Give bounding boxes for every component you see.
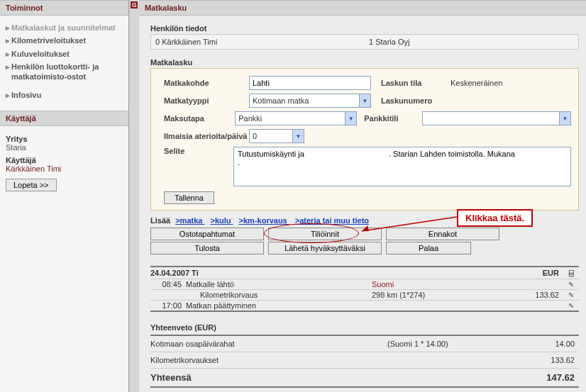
chevron-right-icon: ▸ [6, 90, 10, 100]
status-label: Laskun tila [374, 79, 450, 87]
sidebar-item-km-charges[interactable]: ▸Kilometriveloitukset [6, 34, 123, 47]
chevron-right-icon: ▸ [6, 62, 10, 82]
page-title: Matkalasku [139, 0, 586, 16]
attachment-icon[interactable]: ⌸ [569, 269, 574, 277]
summary-label: Kilometrikorvaukset [150, 356, 387, 364]
save-button[interactable]: Tallenna [164, 191, 214, 204]
sidebar-item-label: Matkalaskut ja suunnitelmat [11, 23, 116, 33]
edit-icon[interactable]: ✎ [568, 291, 574, 299]
sidebar-item-creditcard[interactable]: ▸Henkilön luottokortti- ja matkatoimisto… [6, 60, 123, 84]
user-value[interactable]: Kärkkäinen Timi [6, 164, 123, 174]
summary-row: Kotimaan osapäivärahat (Suomi 1 * 14.00)… [150, 336, 579, 352]
entries-button[interactable]: Tiliöinnit [268, 228, 382, 240]
sidebar-header-user: Käyttäjä [0, 111, 128, 126]
summary-meta [387, 356, 508, 364]
freemeals-label: Ilmaisia aterioita/päivä [164, 132, 249, 141]
person-section-title: Henkilön tiedot [150, 16, 579, 34]
person-left: 0 Kärkkäinen Timi [151, 35, 365, 49]
user-label: Käyttäjä [6, 153, 123, 164]
itin-row: Kilometrikorvaus 298 km (1*274) 133.62 ✎ [150, 289, 579, 300]
itin-row: 17:00 Matkan päättyminen ✎ [150, 300, 579, 312]
callout-annotation: Klikkaa tästä. [457, 209, 533, 227]
summary-amount: 14.00 [508, 340, 579, 348]
company-label: Yritys [6, 132, 123, 143]
summary-total-amount: 147.62 [508, 372, 579, 383]
back-button[interactable]: Palaa [386, 242, 471, 254]
person-panel: 0 Kärkkäinen Timi 1 Staria Oyj [150, 34, 579, 50]
chevron-down-icon: ▼ [359, 94, 370, 107]
itin-desc: Matkan päättyminen [186, 301, 372, 310]
sidebar-item-info[interactable]: ▸Infosivu [6, 89, 123, 101]
itin-currency-header: EUR [492, 269, 563, 277]
invoiceno-label: Laskunumero [374, 96, 450, 105]
itin-amt [492, 280, 563, 289]
itin-amt: 133.62 [492, 291, 563, 299]
itin-time: 08:45 [150, 280, 186, 289]
chevron-down-icon: ▼ [292, 130, 304, 142]
add-km-link[interactable]: >km-korvaus [239, 216, 289, 225]
sidebar-item-label: Henkilön luottokortti- ja matkatoimisto-… [11, 62, 123, 82]
status-value: Keskeneräinen [450, 79, 571, 87]
main-area: Matkalasku Henkilön tiedot 0 Kärkkäinen … [139, 0, 586, 392]
freemeals-select[interactable]: 0▼ [249, 129, 304, 143]
summary-meta: (Suomi 1 * 14.00) [387, 340, 508, 348]
itin-row: 08:45 Matkalle lähtö Suomi ✎ [150, 279, 579, 289]
logout-button[interactable]: Lopeta >> [6, 179, 57, 191]
add-expense-link[interactable]: >kulu [210, 216, 233, 225]
description-label: Selite [164, 147, 233, 155]
paymethod-select[interactable]: Pankki▼ [235, 111, 357, 125]
actions-area: Klikkaa tästä. Ostotapahtumat Tiliöinnit… [150, 228, 579, 254]
summary-label: Kotimaan osapäivärahat [150, 340, 387, 348]
summary-title: Yhteenveto (EUR) [150, 312, 579, 336]
destination-input[interactable] [249, 76, 371, 90]
print-button[interactable]: Tulosta [150, 242, 264, 254]
divider-column: ⧉ [129, 0, 139, 392]
sidebar: Toiminnot ▸Matkalaskut ja suunnitelmat ▸… [0, 0, 129, 392]
itinerary-table: 24.04.2007 Ti EUR ⌸ 08:45 Matkalle lähtö… [150, 266, 579, 312]
bankacct-label: Pankkitili [357, 114, 422, 123]
sidebar-header-functions: Toiminnot [0, 0, 128, 16]
add-label: Lisää [150, 216, 172, 225]
itin-date-header: 24.04.2007 Ti [150, 269, 492, 277]
paymethod-label: Maksutapa [164, 114, 235, 123]
add-meal-link[interactable]: >ateria tai muu tieto [295, 216, 369, 225]
itin-amt [492, 301, 563, 310]
itin-desc: Matkalle lähtö [186, 280, 372, 289]
triptype-label: Matkatyyppi [164, 96, 249, 105]
collapse-icon[interactable]: ⧉ [131, 1, 138, 9]
itin-meta: 298 km (1*274) [372, 291, 492, 299]
summary-table: Yhteenveto (EUR) Kotimaan osapäivärahat … [150, 312, 579, 388]
sidebar-item-label: Infosivu [11, 90, 41, 100]
summary-row: Kilometrikorvaukset 133.62 [150, 352, 579, 369]
sidebar-item-label: Kilometriveloitukset [11, 35, 86, 45]
itin-time [150, 291, 186, 299]
summary-amount: 133.62 [508, 356, 579, 364]
person-right: 1 Staria Oyj [365, 35, 578, 49]
edit-icon[interactable]: ✎ [568, 302, 574, 310]
sidebar-item-expense-charges[interactable]: ▸Kuluveloitukset [6, 47, 123, 60]
itin-meta [372, 301, 492, 310]
chevron-right-icon: ▸ [6, 49, 10, 59]
summary-total-row: Yhteensä 147.62 [150, 369, 579, 388]
description-textarea[interactable]: Tutustumiskäynti ja . Starian Lahden toi… [233, 147, 571, 186]
destination-label: Matkakohde [164, 79, 249, 87]
sidebar-item-label: Kuluveloitukset [11, 49, 70, 59]
summary-total-label: Yhteensä [150, 372, 387, 383]
chevron-down-icon: ▼ [345, 112, 356, 125]
edit-icon[interactable]: ✎ [568, 281, 574, 289]
itin-time: 17:00 [150, 301, 186, 310]
company-value: Staria [6, 143, 123, 153]
advances-button[interactable]: Ennakot [386, 228, 499, 240]
send-approve-button[interactable]: Lähetä hyväksyttäväksi [268, 242, 382, 254]
chevron-right-icon: ▸ [6, 23, 10, 33]
add-trip-link[interactable]: >matka [175, 216, 204, 225]
itin-desc: Kilometrikorvaus [186, 291, 372, 299]
sidebar-item-travel-expenses[interactable]: ▸Matkalaskut ja suunnitelmat [6, 21, 123, 34]
chevron-down-icon: ▼ [559, 112, 570, 125]
bankacct-select[interactable]: ▼ [422, 111, 571, 125]
form-section-title: Matkalasku [150, 50, 579, 68]
triptype-select[interactable]: Kotimaan matka▼ [249, 94, 371, 108]
itin-meta[interactable]: Suomi [372, 280, 492, 289]
form-panel: Matkakohde Laskun tila Keskeneräinen Mat… [150, 68, 579, 211]
purchases-button[interactable]: Ostotapahtumat [150, 228, 264, 240]
